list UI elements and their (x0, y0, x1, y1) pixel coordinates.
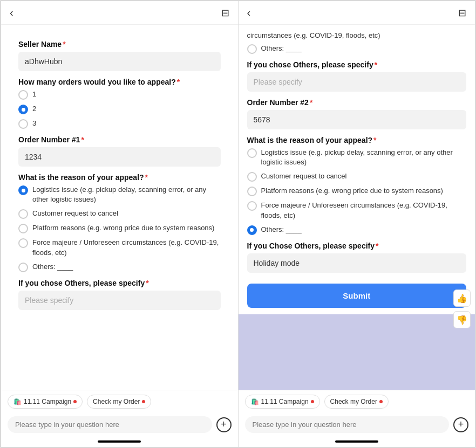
order-number-1-input[interactable] (18, 147, 221, 167)
right-form-card: circumstances (e.g. COVID-19, floods, et… (239, 25, 475, 314)
right-chose-others-required: * (376, 242, 378, 250)
order-option-3[interactable]: 3 (18, 119, 221, 129)
reason2-option-4[interactable]: Force majeure / Unforeseen circumstances… (247, 201, 467, 220)
submit-button[interactable]: Submit (247, 284, 467, 308)
chip-icon-left: 🛍️ (13, 398, 22, 405)
left-chat-input[interactable] (8, 416, 212, 433)
left-back-button[interactable]: ‹ (10, 6, 13, 19)
chip-dot-left (73, 400, 77, 403)
reason-label: What is the reason of your appeal? * (18, 173, 221, 182)
reason-radio-3[interactable] (18, 224, 28, 233)
reason-option-3[interactable]: Platform reasons (e.g. wrong price due t… (18, 223, 221, 233)
left-chat-content: Seller Name * How many orders would you … (1, 25, 238, 390)
right-chose-others-label: If you Chose Others, please specify * (247, 242, 467, 250)
right-home-bar (335, 440, 378, 443)
seller-name-input[interactable] (18, 52, 221, 71)
chip-dot-right (311, 400, 314, 403)
reason-radio-2[interactable] (18, 209, 28, 219)
scroll-top-text: circumstances (e.g. COVID-19, floods, et… (247, 31, 467, 39)
radio-2-label: 2 (32, 104, 36, 114)
right-add-button[interactable]: + (453, 417, 468, 432)
left-bottom-chips: 🛍️ 11.11 Campaign Check my Order (1, 390, 238, 413)
left-input-bar: + (1, 413, 238, 438)
left-add-button[interactable]: + (216, 417, 232, 432)
right-chose-others-input[interactable] (247, 253, 467, 273)
reason-radio-group: Logistics issue (e.g. pickup delay, scan… (18, 185, 221, 272)
reason-option-1[interactable]: Logistics issue (e.g. pickup delay, scan… (18, 185, 221, 204)
order-number-2-label: Order Number #2 * (247, 98, 467, 107)
reason2-label-5: Others: ____ (261, 225, 302, 235)
left-top-bar: ‹ ⊟ (1, 1, 238, 25)
chip-order-right[interactable]: Check my Order (324, 395, 389, 409)
right-chat-input[interactable] (245, 416, 450, 433)
right-specify-input-top[interactable] (247, 72, 467, 92)
reason-option-2[interactable]: Customer request to cancel (18, 209, 221, 219)
reason2-radio-2[interactable] (247, 172, 257, 182)
reason-radio-5[interactable] (18, 263, 28, 272)
right-bottom-chips: 🛍️ 11.11 Campaign Check my Order (239, 390, 475, 413)
scroll-top-others[interactable]: Others: ____ (247, 44, 467, 54)
chip-campaign-right[interactable]: 🛍️ 11.11 Campaign (245, 395, 320, 409)
right-edit-icon[interactable]: ⊟ (458, 7, 466, 19)
reason-required: * (145, 173, 148, 182)
reason2-radio-4[interactable] (247, 201, 257, 211)
scroll-top-radio[interactable] (247, 44, 257, 54)
reason2-label-3: Platform reasons (e.g. wrong price due t… (261, 186, 443, 196)
order-option-2[interactable]: 2 (18, 104, 221, 114)
reason2-option-3[interactable]: Platform reasons (e.g. wrong price due t… (247, 186, 467, 196)
radio-2-circle[interactable] (18, 105, 28, 114)
others-specify-input[interactable] (18, 291, 221, 310)
left-form-card: Seller Name * How many orders would you … (10, 31, 229, 325)
radio-3-circle[interactable] (18, 119, 28, 129)
left-home-bar (98, 440, 141, 443)
others-required: * (146, 279, 148, 287)
chip-label-right: 11.11 Campaign (261, 398, 309, 405)
reason2-required: * (373, 136, 376, 144)
reason2-radio-3[interactable] (247, 187, 257, 196)
right-input-bar: + (239, 413, 475, 438)
radio-3-label: 3 (32, 119, 36, 128)
thumbup-button[interactable]: 👍 (453, 290, 471, 307)
feedback-icons: 👍 👎 (453, 290, 471, 328)
orders-radio-group: 1 2 3 (18, 89, 221, 129)
right-back-button[interactable]: ‹ (247, 6, 251, 19)
chip-order-dot-right (379, 400, 383, 403)
reason-label-2: Customer request to cancel (32, 209, 118, 218)
reason-label-3: Platform reasons (e.g. wrong price due t… (32, 223, 214, 233)
chip-order-dot-left (142, 400, 145, 403)
reason2-option-5[interactable]: Others: ____ (247, 225, 467, 235)
order-number-2-input[interactable] (247, 110, 467, 129)
chip-order-left[interactable]: Check my Order (87, 395, 151, 409)
reason-label-5: Others: ____ (32, 262, 73, 272)
seller-name-label: Seller Name * (18, 40, 221, 49)
right-panel: ‹ ⊟ circumstances (e.g. COVID-19, floods… (239, 1, 475, 447)
reason-radio-4[interactable] (18, 238, 28, 248)
reason2-radio-1[interactable] (247, 148, 257, 158)
chip-order-label-left: Check my Order (93, 398, 140, 405)
reason-option-5[interactable]: Others: ____ (18, 262, 221, 272)
order1-required: * (81, 135, 84, 144)
scroll-top-others-label: Others: ____ (261, 44, 302, 53)
orders-required: * (177, 78, 180, 86)
order-option-1[interactable]: 1 (18, 89, 221, 100)
order-number-1-label: Order Number #1 * (18, 135, 221, 144)
reason2-option-2[interactable]: Customer request to cancel (247, 171, 467, 182)
reason-radio-1[interactable] (18, 185, 28, 195)
others-specify-label: If you chose Others, please specify * (18, 279, 221, 287)
reason-option-4[interactable]: Force majeure / Unforeseen circumstances… (18, 238, 221, 257)
right-specify-label-top: If you chose Others, please specify * (247, 60, 467, 69)
chip-order-label-right: Check my Order (330, 398, 377, 405)
right-top-bar: ‹ ⊟ (239, 1, 475, 25)
right-scroll-section: circumstances (e.g. COVID-19, floods, et… (239, 25, 475, 390)
reason2-label-2: Customer request to cancel (261, 171, 347, 181)
reason2-option-1[interactable]: Logistics issue (e.g. pickup delay, scan… (247, 148, 467, 167)
reason2-radio-5[interactable] (247, 225, 257, 235)
thumbdown-button[interactable]: 👎 (453, 311, 471, 328)
left-edit-icon[interactable]: ⊟ (221, 7, 229, 19)
chip-icon-right: 🛍️ (251, 398, 259, 405)
right-specify-required-top: * (375, 60, 377, 69)
orders-count-label: How many orders would you like to appeal… (18, 78, 221, 86)
chip-campaign-left[interactable]: 🛍️ 11.11 Campaign (8, 395, 83, 409)
reason2-radio-group: Logistics issue (e.g. pickup delay, scan… (247, 148, 467, 235)
radio-1-circle[interactable] (18, 90, 28, 100)
